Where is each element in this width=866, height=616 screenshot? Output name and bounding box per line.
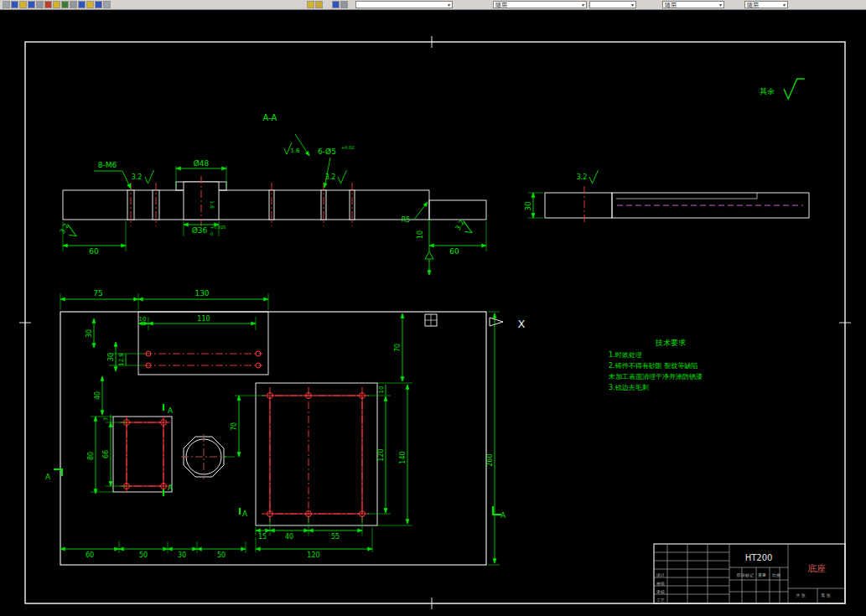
dim-label: 0 bbox=[210, 231, 213, 236]
dim-label: 120 bbox=[377, 448, 385, 461]
toolbar-icon[interactable] bbox=[28, 1, 35, 8]
title-block-label: 工艺 bbox=[656, 598, 665, 603]
dim-label: 130 bbox=[194, 289, 209, 298]
title-block-label: 比例 bbox=[772, 572, 780, 578]
toolbar-icon[interactable] bbox=[78, 1, 86, 8]
dim-label: +0.02 bbox=[341, 145, 354, 150]
toolbar-icon[interactable] bbox=[332, 1, 340, 8]
toolbar-icon[interactable] bbox=[103, 1, 111, 8]
dim-label: 260 bbox=[486, 453, 494, 466]
technical-notes: 技术要求 1.时效处理2.铸件不得有砂眼 裂纹等缺陷 未加工表面清理干净并涂防锈… bbox=[608, 339, 703, 391]
dim-label: 30 bbox=[86, 329, 93, 338]
side-section-view bbox=[545, 186, 809, 225]
dim-label: R5 bbox=[402, 216, 411, 224]
toolbar-icon[interactable] bbox=[315, 1, 323, 8]
cad-canvas[interactable]: 技术要求 1.时效处理2.铸件不得有砂眼 裂纹等缺陷 未加工表面清理干净并涂防锈… bbox=[0, 10, 866, 616]
toolbar-icon-strip bbox=[307, 1, 323, 8]
dim-label: 50 bbox=[217, 551, 226, 559]
note-line: 3.锐边去毛刺 bbox=[609, 384, 649, 391]
dim-label: 110 bbox=[197, 315, 210, 323]
dim-label: 3.2 bbox=[577, 173, 588, 181]
dim-label: 30 bbox=[107, 353, 115, 361]
dim-label: 10 bbox=[378, 386, 385, 394]
toolbar: ▾ 随层 ▾ ▾ 随层 ▾ 随层 ▾ bbox=[0, 0, 866, 10]
toolbar-icon[interactable] bbox=[86, 1, 94, 8]
note-line: 未加工表面清理干净并涂防锈漆 bbox=[608, 373, 703, 380]
dim-label: 3.2 bbox=[59, 222, 70, 236]
layer-combo-value: 随层 bbox=[495, 2, 507, 8]
dim-label: 6-Ø5 bbox=[318, 148, 336, 156]
dim-label: 30 bbox=[178, 551, 186, 559]
cad-drawing[interactable]: 技术要求 1.时效处理2.铸件不得有砂眼 裂纹等缺陷 未加工表面清理干净并涂防锈… bbox=[0, 10, 866, 616]
dim-label: 66 bbox=[102, 450, 110, 458]
dim-label: 10 bbox=[139, 316, 147, 323]
toolbar-icon[interactable] bbox=[61, 1, 69, 8]
toolbar-icon[interactable] bbox=[95, 1, 102, 8]
toolbar-icon[interactable] bbox=[307, 1, 314, 8]
dim-label: 40 bbox=[285, 533, 293, 541]
toolbar-icon[interactable] bbox=[19, 1, 27, 8]
title-block-label: 审核 bbox=[656, 589, 665, 594]
note-line: 2.铸件不得有砂眼 裂纹等缺陷 bbox=[609, 362, 697, 370]
dim-label: 40 bbox=[94, 391, 101, 400]
dim-label: 55 bbox=[331, 533, 340, 541]
dim-label: 3.2 bbox=[454, 219, 466, 232]
style-combo[interactable]: ▾ bbox=[355, 1, 453, 8]
chevron-down-icon: ▾ bbox=[719, 3, 722, 8]
dim-label: A bbox=[168, 484, 174, 492]
ucs-icon bbox=[425, 314, 503, 326]
sheet-frame bbox=[19, 36, 851, 609]
dimension-text-layer: 8-M63.2Ø48A-A1.66-Ø5+0.023.21.6Ø36+0.025… bbox=[45, 87, 775, 559]
dim-label: 30 bbox=[524, 201, 532, 211]
title-block-label: 阶段标记 bbox=[737, 572, 754, 578]
toolbar-icon[interactable] bbox=[340, 1, 348, 8]
linetype-combo-value: 随层 bbox=[665, 2, 677, 8]
title-block-label: 第 张 bbox=[821, 593, 831, 598]
dim-label: +0.025 bbox=[210, 225, 226, 230]
toolbar-icon[interactable] bbox=[11, 1, 18, 8]
color-combo[interactable]: ▾ bbox=[589, 1, 636, 8]
section-view-aa bbox=[63, 176, 486, 226]
dim-label: Ø48 bbox=[194, 159, 210, 168]
dim-label: 8-M6 bbox=[98, 161, 117, 169]
dim-label: 75 bbox=[93, 289, 102, 298]
dim-label: 12.9 bbox=[118, 353, 125, 366]
dim-label: 3.2 bbox=[325, 173, 336, 181]
dim-label: 70 bbox=[394, 344, 402, 352]
dim-label: 120 bbox=[307, 551, 319, 559]
dim-label: 60 bbox=[86, 551, 94, 559]
linetype-combo[interactable]: 随层 ▾ bbox=[662, 1, 724, 8]
title-block-label: 校核 bbox=[656, 581, 665, 586]
layer-combo[interactable]: 随层 ▾ bbox=[493, 1, 587, 8]
toolbar-icon[interactable] bbox=[70, 1, 77, 8]
note-line: 1.时效处理 bbox=[609, 351, 642, 359]
title-block: HT200 底座 设计校核审核工艺阶段标记重量比例共 张第 张 bbox=[654, 544, 845, 603]
toolbar-icon[interactable] bbox=[44, 1, 52, 8]
dim-label: 15 bbox=[258, 533, 267, 541]
dim-label: A bbox=[500, 511, 506, 520]
toolbar-icon[interactable] bbox=[53, 1, 60, 8]
dim-label: A bbox=[242, 510, 248, 518]
title-block-label: 共 张 bbox=[796, 593, 806, 598]
dim-label: 50 bbox=[139, 551, 148, 559]
dim-label: A bbox=[45, 473, 51, 481]
toolbar-icon-strip bbox=[332, 1, 348, 8]
dim-label: 60 bbox=[89, 247, 99, 256]
dim-label: 1.6 bbox=[210, 200, 215, 209]
rough-rest-label: 其余 bbox=[760, 87, 775, 96]
toolbar-icon[interactable] bbox=[36, 1, 44, 8]
dim-label: 140 bbox=[399, 451, 407, 463]
toolbar-icon[interactable] bbox=[3, 1, 10, 8]
title-block-label: 设计 bbox=[656, 572, 665, 577]
dim-label: 80 bbox=[87, 452, 95, 460]
lineweight-combo[interactable]: 随层 ▾ bbox=[744, 1, 788, 8]
dim-label: 10 bbox=[417, 230, 424, 239]
title-block-label: 重量 bbox=[758, 572, 766, 577]
toolbar-icon-strip bbox=[3, 1, 111, 8]
chevron-down-icon: ▾ bbox=[448, 3, 450, 8]
lineweight-combo-value: 随层 bbox=[747, 2, 759, 8]
dim-label: 1.6 bbox=[290, 148, 300, 154]
dim-label: X bbox=[518, 318, 526, 330]
dim-label: A-A bbox=[263, 113, 277, 122]
part-name-label: 底座 bbox=[807, 563, 826, 574]
